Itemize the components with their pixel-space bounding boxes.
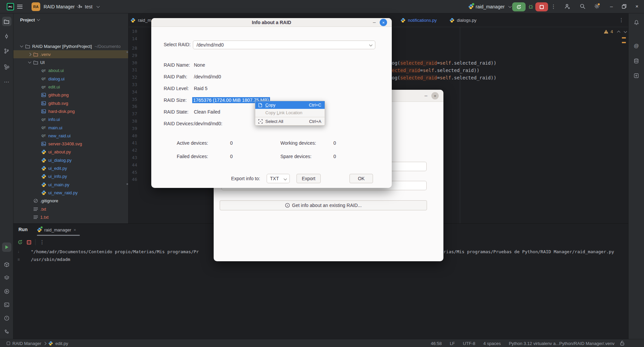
tree-item-edit.ui[interactable]: QTedit.ui (13, 83, 128, 91)
stop-button[interactable] (535, 2, 548, 11)
minimize-icon[interactable]: – (373, 19, 376, 25)
close-icon[interactable]: × (380, 19, 387, 26)
run-tool-icon[interactable] (2, 242, 11, 252)
settings-gear-icon[interactable] (594, 3, 600, 9)
project-tool-icon[interactable] (2, 17, 11, 26)
tree-item-ui-dialog.py[interactable]: ui_dialog.py (13, 156, 128, 164)
tree-item-ui-new-raid.py[interactable]: ui_new_raid.py (13, 189, 128, 197)
raid-field-value[interactable]: None (194, 62, 205, 68)
raid-field-value[interactable]: Raid 5 (194, 86, 207, 91)
minimize-window-icon[interactable]: – (606, 3, 616, 9)
softwrap-icon[interactable]: ≡ (17, 257, 20, 262)
git-tool-icon[interactable] (2, 46, 11, 56)
python-packages-tool-icon[interactable] (2, 260, 11, 269)
close-tab-icon[interactable]: × (73, 227, 76, 232)
tree-item-main.ui[interactable]: QTmain.ui (13, 124, 128, 132)
export-format-combobox[interactable]: TXT (267, 174, 290, 183)
menu-item-select-all[interactable]: Select AllCtrl+A (255, 118, 325, 125)
restore-window-icon[interactable] (622, 4, 627, 9)
python-icon (37, 227, 42, 232)
terminal-tool-icon[interactable] (2, 300, 11, 309)
run-config-widget[interactable]: raid_manager (468, 0, 511, 13)
info-dialog-titlebar[interactable]: Info about a RAID – × (151, 18, 392, 27)
ai-assistant-icon[interactable]: @ (632, 41, 641, 50)
editor-tab-dialogs.py[interactable]: dialogs.py (447, 13, 479, 27)
tree-item-server-33408.svg[interactable]: server-33408.svg (13, 140, 128, 148)
layers-tool-icon[interactable] (2, 273, 11, 283)
close-window-icon[interactable]: × (632, 3, 642, 9)
inspections-widget[interactable]: 4 (604, 29, 627, 34)
line-number: 36 (126, 103, 137, 110)
ok-button[interactable]: OK (350, 174, 373, 183)
editor-tab-raid-m[interactable]: raid_m (128, 13, 153, 27)
error-stripe-mark[interactable] (622, 37, 626, 39)
tree-item-github.svg[interactable]: github.svg (13, 99, 128, 107)
project-icon-badge[interactable]: RA (32, 2, 40, 11)
status-widget[interactable]: 46:58 (431, 341, 442, 346)
database-tool-icon[interactable] (632, 56, 641, 66)
menu-item-copy[interactable]: CopyCtrl+C (255, 101, 325, 109)
unlock-icon[interactable] (620, 341, 625, 346)
tree-item-raid-manager-pythonproject-[interactable]: RAID Manager [PythonProject]~/Documento (13, 42, 128, 50)
project-name: RAID Manager (44, 4, 75, 9)
chevron-down-icon[interactable] (20, 44, 23, 47)
tree-item-label: UI (40, 60, 45, 65)
get-info-button[interactable]: Get info about an existing RAID... (220, 200, 427, 210)
tree-item-.venv[interactable]: .venv (13, 50, 128, 58)
minimize-icon[interactable]: – (425, 92, 427, 98)
status-widget[interactable]: LF (450, 341, 455, 346)
tree-item-github.png[interactable]: github.png (13, 91, 128, 99)
tree-item-.txt[interactable]: .txt (13, 205, 128, 213)
project-widget[interactable]: RAID Manager (44, 0, 79, 13)
tree-item-ui-main.py[interactable]: ui_main.py (13, 181, 128, 189)
tree-item-.gitignore[interactable]: .gitignore (13, 197, 128, 205)
export-button[interactable]: Export (297, 174, 321, 183)
error-stripe-mark[interactable] (622, 42, 626, 43)
code-with-me-icon[interactable] (564, 3, 571, 10)
tree-item-about.ui[interactable]: QTabout.ui (13, 67, 128, 75)
status-widget[interactable]: Python 3.12 virtualenv a...Python/RAID M… (509, 341, 614, 346)
tree-item-hard-disk.png[interactable]: hard-disk.png (13, 107, 128, 115)
run-tab[interactable]: raid_manager × (37, 225, 76, 234)
toolbar-kebab-icon[interactable]: ⋮ (551, 3, 556, 10)
chevron-down-icon[interactable] (28, 60, 32, 64)
select-raid-combobox[interactable]: /dev/md/md0 (193, 41, 375, 49)
project-panel-title: Project (20, 17, 35, 22)
tree-item-ui[interactable]: UI (13, 59, 128, 67)
more-tools-icon[interactable]: ⋯ (2, 77, 11, 86)
raid-field-value[interactable]: /dev/md/md0 (194, 74, 221, 79)
main-menu-icon[interactable] (17, 4, 23, 9)
notifications-bell-icon[interactable] (632, 17, 641, 27)
commit-tool-icon[interactable] (2, 31, 11, 41)
status-widget[interactable]: 4 spaces (483, 341, 501, 346)
search-everywhere-icon[interactable] (580, 3, 586, 9)
rerun-button[interactable] (512, 2, 526, 11)
vcs-branch-widget[interactable]: test (78, 0, 99, 13)
status-breadcrumb[interactable]: RAID Manager edit.py (7, 339, 68, 347)
raid-field-value[interactable]: Clean Failed (194, 109, 220, 115)
debug-button[interactable] (528, 4, 534, 9)
chevron-right-icon[interactable] (28, 53, 32, 56)
problems-tool-icon[interactable] (2, 314, 11, 323)
tabbar-kebab-icon[interactable]: ⋮ (619, 17, 624, 23)
tree-item-dialog.ui[interactable]: QTdialog.ui (13, 75, 128, 83)
scroll-down-icon[interactable]: ↓ (17, 249, 19, 254)
endpoints-tool-icon[interactable] (2, 327, 11, 336)
tree-item-1.txt[interactable]: 1.txt (13, 213, 128, 221)
stop-icon[interactable] (27, 240, 31, 245)
project-panel-header[interactable]: Project (20, 17, 40, 22)
rerun-icon[interactable] (17, 239, 23, 245)
gradle-tool-icon[interactable] (632, 71, 641, 80)
services-tool-icon[interactable] (2, 287, 11, 296)
run-kebab-icon[interactable]: ⋮ (40, 239, 45, 245)
tree-item-ui-edit.py[interactable]: ui_edit.py (13, 164, 128, 172)
tree-item-new-raid.ui[interactable]: QTnew_raid.ui (13, 132, 128, 140)
status-widget[interactable]: UTF-8 (463, 341, 475, 346)
structure-tool-icon[interactable] (2, 62, 11, 72)
close-icon[interactable]: × (431, 92, 439, 99)
tree-item-ui-about.py[interactable]: ui_about.py (13, 148, 128, 156)
tree-item-info.ui[interactable]: QTinfo.ui (13, 116, 128, 124)
raid-field-value[interactable]: /dev/md/md0: (194, 121, 222, 126)
tree-item-ui-info.py[interactable]: ui_info.py (13, 172, 128, 181)
editor-tab-notifications.py[interactable]: notifications.py (398, 13, 439, 27)
